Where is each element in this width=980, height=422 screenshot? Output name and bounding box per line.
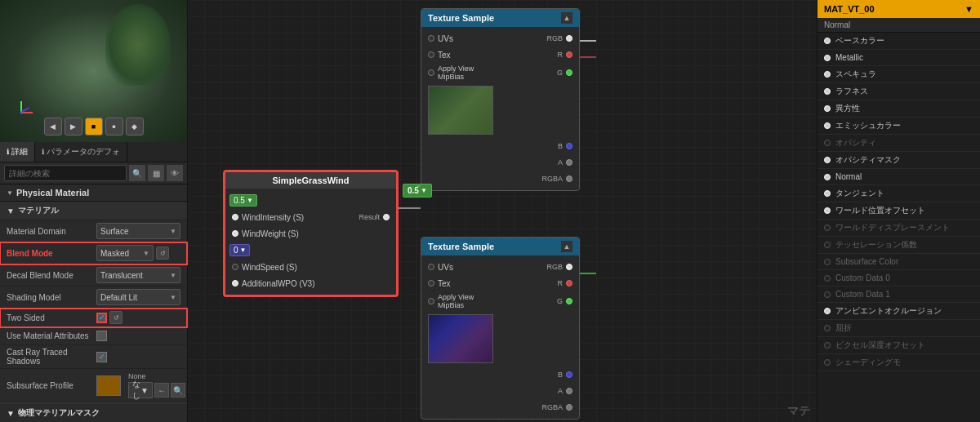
grass-wind-intensity-label: WindIntensity (S) bbox=[238, 213, 311, 222]
decal-blend-mode-text: Translucent bbox=[100, 271, 143, 280]
texture-sample-2-r-pin bbox=[566, 280, 572, 287]
physical-mask-header[interactable]: ▼ 物理マテリアルマスク bbox=[0, 403, 187, 422]
right-dot-opacity-mask bbox=[824, 157, 831, 163]
texture-sample-2-rgba-label: RGBA bbox=[494, 403, 567, 411]
texture-sample-1-uvs-label: UVs bbox=[434, 34, 501, 43]
texture-sample-2-uvs-label: UVs bbox=[434, 263, 501, 272]
subsurface-actions: ← 🔍 bbox=[154, 383, 185, 398]
blend-mode-reset[interactable]: ↺ bbox=[156, 247, 169, 260]
texture-sample-2-a-label: A bbox=[494, 387, 567, 395]
two-sided-checkbox[interactable] bbox=[96, 313, 107, 323]
search-input[interactable] bbox=[4, 165, 127, 181]
right-label-opacity-mask: オパシティマスク bbox=[835, 154, 901, 166]
viewport-btn-3[interactable]: ■ bbox=[85, 118, 103, 135]
physical-material-label: Physical Material bbox=[16, 188, 89, 198]
right-item-ambient-occlusion[interactable]: アンビエントオクルージョン bbox=[817, 303, 980, 320]
texture-sample-2-thumbnail bbox=[428, 314, 493, 363]
subsurface-controls: None なし ▼ ← 🔍 bbox=[96, 372, 185, 398]
right-dot-tangent bbox=[824, 190, 831, 197]
texture-sample-2-collapse[interactable]: ▲ bbox=[561, 241, 572, 252]
grid-button[interactable]: ▦ bbox=[148, 165, 164, 181]
tab-details-label: 詳細 bbox=[11, 146, 28, 158]
texture-sample-2-tex-pin-in bbox=[428, 280, 434, 287]
value-badge-0.5-top[interactable]: 0.5 ▼ bbox=[403, 184, 432, 198]
eye-button[interactable]: 👁 bbox=[167, 165, 183, 181]
right-item-opacity[interactable]: オパシティ bbox=[817, 135, 980, 152]
texture-sample-node-1[interactable]: Texture Sample ▲ UVs RGB Tex R Apply Vie… bbox=[421, 8, 580, 191]
right-item-shading-model[interactable]: シェーディングモ bbox=[817, 354, 980, 371]
tab-details-icon: ℹ bbox=[7, 148, 9, 156]
use-material-attributes-label: Use Material Attributes bbox=[7, 331, 96, 340]
texture-sample-1-a-pin bbox=[566, 159, 572, 166]
tab-parameters[interactable]: ℹ パラメータのデフォ bbox=[35, 142, 127, 162]
right-item-world-offset[interactable]: ワールド位置オフセット bbox=[817, 202, 980, 220]
right-item-refraction[interactable]: 屈折 bbox=[817, 320, 980, 337]
texture-sample-1-collapse[interactable]: ▲ bbox=[561, 12, 572, 24]
right-item-custom-data-1[interactable]: Custom Data 1 bbox=[817, 287, 980, 303]
axis-indicator bbox=[8, 89, 33, 113]
right-label-custom-data-1: Custom Data 1 bbox=[835, 290, 890, 299]
right-item-roughness[interactable]: ラフネス bbox=[817, 83, 980, 100]
right-item-specular[interactable]: スペキュラ bbox=[817, 66, 980, 83]
material-section-label: マテリアル bbox=[18, 205, 59, 216]
right-panel-items-scroll[interactable]: ベースカラー Metallic スペキュラ ラフネス 異方性 エミッシュカラー … bbox=[817, 33, 980, 422]
grass-wind-value-0.5-badge[interactable]: 0.5 ▼ bbox=[229, 194, 257, 207]
texture-sample-1-r-pin bbox=[566, 51, 572, 58]
right-panel: MAT_VT_00 ▼ Normal ベースカラー Metallic スペキュラ… bbox=[817, 0, 980, 422]
right-item-subsurface-color[interactable]: Subsurface Color bbox=[817, 254, 980, 270]
texture-sample-2-g-label: G bbox=[501, 297, 567, 305]
material-domain-dropdown[interactable]: Surface ▼ bbox=[96, 223, 180, 239]
right-item-anisotropy[interactable]: 異方性 bbox=[817, 100, 980, 118]
subsurface-dropdown[interactable]: なし ▼ bbox=[128, 382, 153, 398]
viewport-btn-4[interactable]: ● bbox=[105, 118, 123, 135]
blend-mode-dropdown[interactable]: Masked ▼ bbox=[96, 245, 154, 261]
texture-sample-1-body: UVs RGB Tex R Apply View MipBias G B bbox=[421, 27, 579, 190]
two-sided-reset[interactable]: ↺ bbox=[109, 311, 122, 324]
right-item-opacity-mask[interactable]: オパシティマスク bbox=[817, 152, 980, 169]
right-dot-subsurface-color bbox=[824, 259, 831, 265]
right-label-normal: Normal bbox=[835, 172, 862, 181]
physical-material-header[interactable]: ▼ Physical Material bbox=[0, 184, 187, 202]
decal-blend-mode-dropdown[interactable]: Translucent ▼ bbox=[96, 267, 180, 283]
material-domain-arrow: ▼ bbox=[170, 228, 176, 235]
cast-ray-traced-shadows-checkbox[interactable] bbox=[96, 352, 107, 362]
right-label-anisotropy: 異方性 bbox=[835, 103, 860, 114]
use-material-attributes-checkbox[interactable] bbox=[96, 331, 107, 341]
right-item-tessellation[interactable]: テッセレーション係数 bbox=[817, 237, 980, 254]
texture-sample-node-2[interactable]: Texture Sample ▲ UVs RGB Tex R Apply Vie… bbox=[421, 237, 580, 420]
texture-sample-2-mip-label: Apply View MipBias bbox=[434, 293, 501, 309]
right-item-normal[interactable]: Normal bbox=[817, 169, 980, 185]
simple-grass-wind-node[interactable]: SimpleGrassWind 0.5 ▼ WindIntensity (S) … bbox=[223, 170, 399, 297]
viewport-btn-1[interactable]: ◀ bbox=[44, 118, 62, 135]
right-dot-pixel-depth bbox=[824, 342, 831, 349]
tab-details[interactable]: ℹ 詳細 bbox=[0, 142, 35, 162]
texture-sample-1-rgba-row: RGBA bbox=[421, 171, 579, 187]
node-graph[interactable]: Texture Sample ▲ UVs RGB Tex R Apply Vie… bbox=[188, 0, 817, 422]
right-item-metallic[interactable]: Metallic bbox=[817, 50, 980, 66]
right-item-pixel-depth[interactable]: ピクセル深度オフセット bbox=[817, 337, 980, 354]
left-panel: ◀ ▶ ■ ● ◆ ℹ 詳細 ℹ パラメータのデフォ 🔍 ▦ 👁 ▼ Physi… bbox=[0, 0, 188, 422]
grass-wind-value-0-badge[interactable]: 0 ▼ bbox=[229, 244, 250, 256]
viewport-btn-5[interactable]: ◆ bbox=[126, 118, 144, 135]
right-dot-ambient-occlusion bbox=[824, 308, 831, 314]
cast-ray-traced-shadows-label: Cast Ray Traced Shadows bbox=[7, 348, 96, 366]
material-section-header[interactable]: ▼ マテリアル bbox=[0, 202, 187, 220]
right-item-custom-data-0[interactable]: Custom Data 0 bbox=[817, 270, 980, 287]
right-item-emissive[interactable]: エミッシュカラー bbox=[817, 118, 980, 135]
shading-model-dropdown[interactable]: Default Lit ▼ bbox=[96, 289, 180, 305]
value-badge-0.5-top-arrow: ▼ bbox=[421, 187, 427, 194]
subsurface-arrow-btn[interactable]: ← bbox=[154, 383, 169, 398]
grass-wind-weight-row: WindWeight (S) bbox=[225, 225, 396, 242]
subsurface-color-swatch[interactable] bbox=[96, 375, 121, 396]
right-label-tangent: タンジェント bbox=[835, 188, 884, 199]
texture-sample-1-rgba-label: RGBA bbox=[494, 175, 567, 183]
use-material-attributes-row: Use Material Attributes bbox=[0, 327, 187, 345]
right-item-tangent[interactable]: タンジェント bbox=[817, 185, 980, 202]
right-item-base-color[interactable]: ベースカラー bbox=[817, 33, 980, 50]
texture-sample-1-uvs-pin-in bbox=[428, 35, 434, 42]
right-item-world-displacement[interactable]: ワールドディスプレースメント bbox=[817, 220, 980, 237]
viewport-btn-2[interactable]: ▶ bbox=[65, 118, 82, 135]
texture-sample-2-rgb-pin bbox=[566, 264, 572, 270]
subsurface-search-btn[interactable]: 🔍 bbox=[171, 383, 185, 398]
search-button[interactable]: 🔍 bbox=[129, 165, 145, 181]
